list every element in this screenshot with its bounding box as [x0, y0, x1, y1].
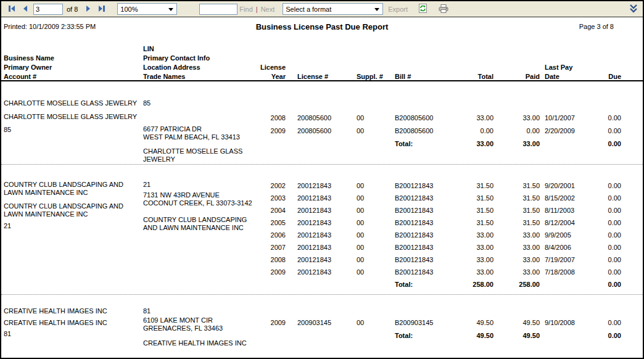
zoom-select[interactable]: 100%: [117, 3, 177, 15]
find-next-button[interactable]: Next: [261, 6, 275, 13]
total-row-paid: 258.00: [493, 281, 540, 289]
license-row-last_pay: 7/19/2007: [540, 256, 601, 264]
license-row-paid: 49.50: [493, 319, 540, 327]
business-info: COUNTRY CLUB LANDSCAPING AND LAWN MAINTE…: [4, 181, 142, 230]
previous-page-button[interactable]: [19, 3, 32, 15]
license-row: 200320012184300B20012184331.5031.508/15/…: [259, 192, 621, 205]
license-row-license: 200903145: [286, 319, 357, 327]
license-row-paid: 33.00: [493, 256, 540, 264]
license-row-total: 33.00: [456, 114, 493, 122]
total-row-bill: Total:: [395, 281, 456, 289]
license-row-bill: B200903145: [395, 319, 456, 327]
license-row-license: 200121843: [286, 194, 357, 202]
license-row-due: 0.00: [601, 231, 621, 239]
collapse-toolbar-icon: [628, 8, 639, 15]
license-row-due: 0.00: [601, 207, 621, 215]
total-row-due: 0.00: [601, 140, 621, 148]
total-row-due: 0.00: [601, 281, 621, 289]
license-row-last_pay: 2/20/2009: [540, 127, 601, 135]
license-row-year: 2007: [259, 244, 286, 252]
total-row-due: 0.00: [601, 332, 621, 340]
license-row-due: 0.00: [601, 256, 621, 264]
license-row-year: 2002: [259, 182, 286, 190]
total-row-bill: Total:: [395, 140, 456, 148]
license-row-last_pay: 7/18/2008: [540, 268, 601, 276]
primary-owner: COUNTRY CLUB LANDSCAPING AND LAWN MAINTE…: [4, 202, 142, 218]
license-row-paid: 33.00: [493, 268, 540, 276]
column-header-contact-group: LIN Primary Contact Info Location Addres…: [143, 44, 210, 81]
license-row-due: 0.00: [601, 127, 621, 135]
license-row-last_pay: 8/12/2004: [540, 219, 601, 227]
license-row-year: 2003: [259, 194, 286, 202]
license-row-last_pay: 8/4/2006: [540, 244, 601, 252]
license-row-bill: B200805600: [395, 127, 456, 135]
license-row-bill: B200121843: [395, 256, 456, 264]
license-row-total: 33.00: [456, 244, 493, 252]
total-row: Total:33.0033.000.00: [259, 138, 621, 151]
total-row: Total:49.5049.500.00: [259, 330, 621, 343]
license-row-suppl: 00: [357, 114, 395, 122]
license-row-license: 200121843: [286, 256, 357, 264]
print-button[interactable]: [437, 3, 450, 15]
refresh-button[interactable]: [416, 3, 429, 15]
license-row: 200920012184300B20012184333.0033.007/18/…: [259, 266, 621, 279]
export-button[interactable]: Export: [388, 6, 408, 13]
contact-info: 21 7131 NW 43RD AVENUE COCONUT CREEK, FL…: [143, 181, 259, 232]
zoom-value: 100%: [120, 6, 138, 13]
last-page-button[interactable]: [95, 3, 109, 15]
report-page: Printed: 10/1/2009 2:33:55 PM Business L…: [1, 17, 643, 358]
find-button[interactable]: Find: [239, 6, 252, 13]
license-row-total: 31.50: [456, 194, 493, 202]
license-row: 200620012184300B20012184333.0033.009/9/2…: [259, 229, 621, 242]
license-row-paid: 33.00: [493, 114, 540, 122]
license-row: 200920090314500B20090314549.5049.509/10/…: [259, 317, 621, 330]
license-row-last_pay: 9/9/2005: [540, 231, 601, 239]
license-row-total: 49.50: [456, 319, 493, 327]
report-blocks: CHARLOTTE MOSELLE GLASS JEWELRY CHARLOTT…: [1, 81, 643, 358]
column-header-grid: License Last Pay Year License # Suppl. #…: [259, 63, 621, 81]
license-row-last_pay: 10/1/2007: [540, 114, 601, 122]
license-row-license: 200121843: [286, 231, 357, 239]
license-row-suppl: 00: [357, 231, 395, 239]
column-header-location-address: Location Address: [143, 63, 210, 72]
license-row-total: 33.00: [456, 231, 493, 239]
license-row: 200520012184300B20012184331.5031.508/12/…: [259, 217, 621, 229]
license-row-bill: B200121843: [395, 268, 456, 276]
first-page-button[interactable]: [5, 3, 19, 15]
license-row: 200220012184300B20012184331.5031.509/20/…: [259, 180, 621, 192]
next-page-button[interactable]: [81, 3, 95, 15]
license-row-year: 2009: [259, 268, 286, 276]
license-row-year: 2005: [259, 219, 286, 227]
license-row-license: 200121843: [286, 207, 357, 215]
account-number: 21: [4, 222, 142, 230]
next-page-icon: [83, 4, 93, 15]
collapse-toolbar-button[interactable]: [628, 3, 639, 15]
license-row-last_pay: 8/15/2002: [540, 194, 601, 202]
license-row-suppl: 00: [357, 319, 395, 327]
license-row-year: 2006: [259, 231, 286, 239]
license-row-bill: B200121843: [395, 182, 456, 190]
page-number-input[interactable]: [33, 4, 63, 15]
find-text-input[interactable]: [199, 4, 237, 15]
export-format-select[interactable]: Select a format: [283, 3, 383, 15]
license-row-paid: 33.00: [493, 231, 540, 239]
column-header-primary-owner: Primary Owner: [4, 63, 54, 72]
license-row: 200720012184300B20012184333.0033.008/4/2…: [259, 242, 621, 254]
license-row-year: 2004: [259, 207, 286, 215]
license-row: 200920080560000B2008056000.000.002/20/20…: [259, 125, 621, 138]
business-info: CREATIVE HEALTH IMAGES INC CREATIVE HEAL…: [4, 307, 142, 338]
report-title: Business License Past Due Report: [1, 22, 643, 31]
business-name: COUNTRY CLUB LANDSCAPING AND LAWN MAINTE…: [4, 181, 142, 197]
business-block-country-club: COUNTRY CLUB LANDSCAPING AND LAWN MAINTE…: [1, 165, 643, 295]
contact-info: 85 6677 PATRICIA DR WEST PALM BEACH, FL …: [143, 99, 259, 163]
license-row-due: 0.00: [601, 219, 621, 227]
column-header-lastpay-top: Last Pay: [540, 63, 601, 72]
address-line: 7131 NW 43RD AVENUE: [143, 191, 259, 199]
primary-owner: CREATIVE HEALTH IMAGES INC: [4, 319, 142, 327]
lin-value: 81: [143, 307, 259, 315]
license-row-bill: B200121843: [395, 219, 456, 227]
first-page-icon: [7, 4, 17, 15]
license-row-due: 0.00: [601, 114, 621, 122]
business-block-creative-health: CREATIVE HEALTH IMAGES INC CREATIVE HEAL…: [1, 295, 643, 358]
license-rows: 200220012184300B20012184331.5031.509/20/…: [259, 180, 621, 291]
